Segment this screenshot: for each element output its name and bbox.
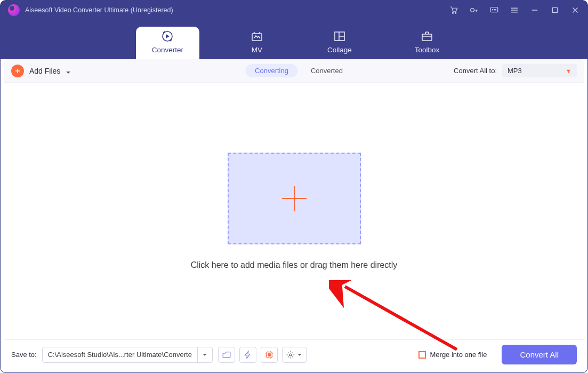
footer-tools <box>218 347 307 363</box>
tab-collage-label: Collage <box>327 46 352 54</box>
toolbar-right: Convert All to: MP3 ▼ <box>454 64 577 77</box>
tab-mv-label: MV <box>252 46 262 54</box>
format-select[interactable]: MP3 ▼ <box>502 64 577 77</box>
tab-converting[interactable]: Converting <box>245 64 298 77</box>
save-path-dropdown[interactable] <box>197 347 212 362</box>
nav-tabs: Converter MV Collage Toolbox <box>1 27 587 59</box>
titlebar-left: Aiseesoft Video Converter Ultimate (Unre… <box>8 4 173 16</box>
format-selected-value: MP3 <box>508 67 522 75</box>
tab-converted[interactable]: Converted <box>311 67 343 75</box>
cart-icon[interactable] <box>449 5 458 15</box>
svg-point-6 <box>495 10 496 10</box>
merge-checkbox[interactable]: Merge into one file <box>418 351 487 359</box>
content-area: Click here to add media files or drag th… <box>4 83 584 339</box>
app-logo-icon <box>8 4 20 16</box>
save-path-input[interactable] <box>43 351 197 359</box>
dropzone-caption: Click here to add media files or drag th… <box>191 260 398 270</box>
app-window: Aiseesoft Video Converter Ultimate (Unre… <box>0 0 588 373</box>
titlebar-right <box>449 5 580 15</box>
key-icon[interactable] <box>469 5 479 15</box>
titlebar: Aiseesoft Video Converter Ultimate (Unre… <box>1 1 587 20</box>
menu-icon[interactable] <box>510 5 519 15</box>
toolbar-center: Converting Converted <box>245 64 343 77</box>
svg-point-4 <box>492 10 493 10</box>
settings-button[interactable] <box>282 347 307 363</box>
close-icon[interactable] <box>570 5 580 15</box>
main-panel: Add Files Converting Converted Convert A… <box>4 59 584 369</box>
gpu-on-button[interactable] <box>261 347 278 363</box>
minimize-icon[interactable] <box>530 5 539 15</box>
tab-toolbox-label: Toolbox <box>415 46 440 54</box>
open-folder-button[interactable] <box>218 347 235 363</box>
convert-all-button[interactable]: Convert All <box>502 345 577 364</box>
tab-toolbox[interactable]: Toolbox <box>402 27 453 59</box>
save-path-field <box>42 347 213 363</box>
chevron-down-icon: ▼ <box>566 68 571 74</box>
add-files-button[interactable]: Add Files <box>11 65 71 77</box>
toolbar: Add Files Converting Converted Convert A… <box>4 59 584 83</box>
tab-converter-label: Converter <box>152 46 183 54</box>
svg-point-1 <box>455 12 456 13</box>
add-files-label: Add Files <box>29 67 60 75</box>
dropzone[interactable] <box>228 153 361 244</box>
tab-mv[interactable]: MV <box>237 27 277 59</box>
tab-converter[interactable]: Converter <box>136 27 199 59</box>
plus-icon <box>282 186 307 211</box>
convert-all-to-label: Convert All to: <box>454 67 497 75</box>
window-title: Aiseesoft Video Converter Ultimate (Unre… <box>25 6 173 14</box>
svg-rect-11 <box>422 34 432 41</box>
svg-point-15 <box>289 354 292 356</box>
save-to-label: Save to: <box>11 351 37 359</box>
footer: Save to: <box>4 339 584 369</box>
chevron-down-icon <box>66 68 71 74</box>
tab-collage[interactable]: Collage <box>315 27 365 59</box>
header: Aiseesoft Video Converter Ultimate (Unre… <box>1 1 587 59</box>
svg-rect-14 <box>268 353 270 356</box>
svg-point-5 <box>494 10 494 10</box>
plus-circle-icon <box>11 65 24 77</box>
svg-point-0 <box>452 12 453 13</box>
svg-point-2 <box>471 9 474 12</box>
lightning-off-button[interactable] <box>239 347 256 363</box>
merge-label: Merge into one file <box>430 351 487 359</box>
svg-rect-7 <box>553 8 558 13</box>
feedback-icon[interactable] <box>489 5 499 15</box>
checkbox-icon <box>418 351 426 359</box>
maximize-icon[interactable] <box>550 5 560 15</box>
